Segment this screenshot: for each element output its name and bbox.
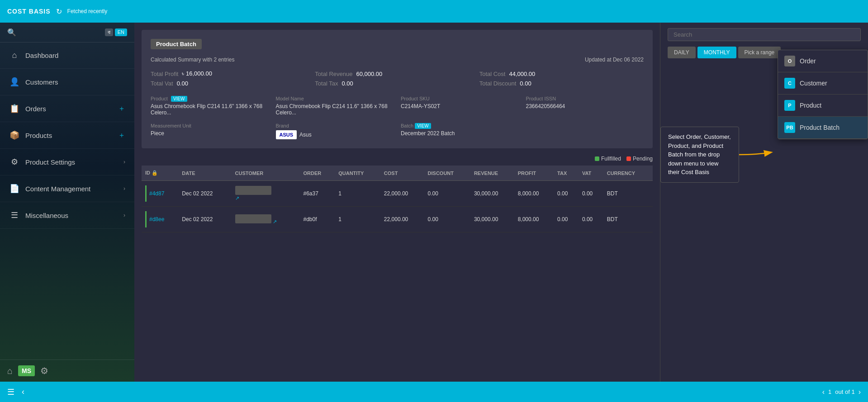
cost-basis-title: COST BASIS: [7, 8, 51, 15]
next-page-button[interactable]: ›: [859, 388, 861, 396]
col-customer: CUSTOMER: [232, 166, 300, 181]
sidebar-top: 🔍 বা EN: [0, 23, 134, 43]
measurement-unit-value: Piece: [151, 130, 269, 137]
chevron-right-icon: ›: [123, 212, 125, 218]
customer-link-icon[interactable]: ↗: [235, 195, 239, 201]
daily-button[interactable]: DAILY: [668, 47, 696, 58]
tooltip-text: Select Order, Customer, Product, and Pro…: [660, 127, 739, 183]
add-order-button[interactable]: ＋: [118, 104, 125, 114]
product-issn-label: Product ISSN: [526, 96, 644, 101]
hamburger-icon[interactable]: ☰: [7, 387, 14, 397]
row-date: Dec 02 2022: [178, 207, 231, 232]
row-currency: BDT: [603, 207, 653, 232]
top-bar: COST BASIS ↻ Fetched recently: [0, 0, 868, 23]
total-vat-value: 0.00: [177, 80, 188, 87]
product-sku-label: Product SKU: [401, 96, 519, 101]
sidebar-item-product-settings[interactable]: ⚙ Product Settings ›: [0, 149, 134, 175]
sidebar-item-dashboard[interactable]: ⌂ Dashboard: [0, 43, 134, 69]
add-product-button[interactable]: ＋: [118, 131, 125, 140]
total-cost-value: 44,000.00: [509, 71, 535, 77]
dashboard-icon: ⌂: [9, 51, 20, 60]
brand-name: Asus: [299, 132, 312, 138]
dropdown-item-order[interactable]: O Order: [778, 50, 868, 72]
table-section: Fullfilled Pending ID 🔒 DATE CUSTOMER OR…: [142, 156, 653, 232]
product-sku-value: C214MA-YS02T: [401, 103, 519, 109]
chevron-right-icon: ›: [123, 159, 125, 165]
product-field-label: Product VIEW: [151, 96, 269, 101]
sidebar-item-miscellaneous[interactable]: ☰ Miscellaneous ›: [0, 202, 134, 229]
customer-link-icon[interactable]: ↗: [273, 219, 277, 224]
brand-logo: ASUS: [276, 130, 297, 139]
col-revenue: REVENUE: [470, 166, 514, 181]
search-icon[interactable]: 🔍: [7, 28, 16, 37]
table-row: #4d87 Dec 02 2022 ↗ #6a37 1 22,000.00 0.…: [142, 181, 653, 207]
sidebar-bottom: ⌂ MS ⚙: [0, 359, 134, 382]
page-total: out of 1: [835, 388, 854, 395]
row-revenue: 30,000.00: [470, 181, 514, 207]
content-icon: 📄: [9, 184, 20, 194]
batch-label: Batch VIEW: [401, 123, 519, 128]
sidebar-item-label: Customers: [25, 78, 125, 86]
row-currency: BDT: [603, 181, 653, 207]
sidebar-item-label: Orders: [25, 105, 113, 113]
col-tax: TAX: [554, 166, 579, 181]
pick-range-button[interactable]: Pick a range: [738, 47, 781, 58]
search-input[interactable]: [668, 28, 861, 41]
row-quantity: 1: [335, 181, 380, 207]
product-batch-icon: PB: [784, 122, 795, 133]
lang-badge-bn[interactable]: বা: [105, 28, 113, 36]
sidebar-item-content-management[interactable]: 📄 Content Management ›: [0, 175, 134, 202]
dropdown-item-product-batch[interactable]: PB Product Batch: [778, 117, 868, 139]
ms-logo: MS: [18, 365, 35, 376]
row-revenue: 30,000.00: [470, 207, 514, 232]
misc-icon: ☰: [9, 210, 20, 220]
refresh-icon[interactable]: ↻: [56, 7, 62, 16]
batch-value: December 2022 Batch: [401, 130, 519, 137]
dropdown-item-product[interactable]: P Product: [778, 95, 868, 117]
row-vat: 0.00: [579, 181, 603, 207]
dropdown-item-customer[interactable]: C Customer: [778, 72, 868, 95]
col-quantity: QUANTITY: [335, 166, 380, 181]
col-currency: CURRENCY: [603, 166, 653, 181]
measurement-unit-label: Measurement Unit: [151, 123, 269, 128]
cost-basis-table: ID 🔒 DATE CUSTOMER ORDER QUANTITY COST D…: [142, 166, 653, 232]
monthly-button[interactable]: MONTHLY: [697, 47, 736, 58]
right-panel: DAILY MONTHLY Pick a range O Order C Cus…: [660, 23, 868, 382]
summary-label: Calculated Summary with 2 entries: [151, 57, 234, 63]
view-batch-button[interactable]: VIEW: [415, 123, 431, 129]
back-icon[interactable]: ‹: [22, 387, 24, 397]
product-settings-icon: ⚙: [9, 157, 20, 167]
total-profit-label: Total Profit: [151, 71, 178, 77]
row-id: #4d87: [149, 190, 164, 197]
row-status-indicator: [145, 185, 147, 202]
page-number: 1: [828, 388, 831, 395]
model-name-label: Model Name: [276, 96, 394, 101]
sidebar-item-products[interactable]: 📦 Products ＋: [0, 122, 134, 149]
row-discount: 0.00: [424, 181, 470, 207]
home-icon[interactable]: ⌂: [7, 366, 13, 376]
row-tax: 0.00: [554, 207, 579, 232]
row-customer: ↗: [232, 181, 300, 207]
prev-page-button[interactable]: ‹: [822, 388, 825, 396]
row-vat: 0.00: [579, 207, 603, 232]
col-date: DATE: [178, 166, 231, 181]
row-order: #6a37: [300, 181, 335, 207]
table-row: #d8ee Dec 02 2022 ↗ #db0f 1 22,000.00 0.…: [142, 207, 653, 232]
product-batch-badge: Product Batch: [151, 39, 202, 49]
total-revenue-value: 60,000.00: [356, 71, 382, 77]
customer-icon: C: [784, 78, 795, 89]
view-product-button[interactable]: VIEW: [171, 96, 187, 102]
settings-icon[interactable]: ⚙: [40, 365, 48, 376]
row-id: #d8ee: [149, 216, 164, 222]
col-cost: COST: [380, 166, 424, 181]
sidebar-item-orders[interactable]: 📋 Orders ＋: [0, 95, 134, 122]
row-tax: 0.00: [554, 181, 579, 207]
sidebar-item-customers[interactable]: 👤 Customers: [0, 69, 134, 95]
updated-at: Updated at Dec 06 2022: [585, 57, 644, 63]
product-icon: P: [784, 100, 795, 111]
chevron-right-icon: ›: [123, 185, 125, 192]
row-cost: 22,000.00: [380, 207, 424, 232]
lang-badge-en[interactable]: EN: [115, 28, 127, 36]
total-cost-label: Total Cost: [479, 71, 506, 77]
product-batch-card: Product Batch Calculated Summary with 2 …: [142, 30, 653, 148]
